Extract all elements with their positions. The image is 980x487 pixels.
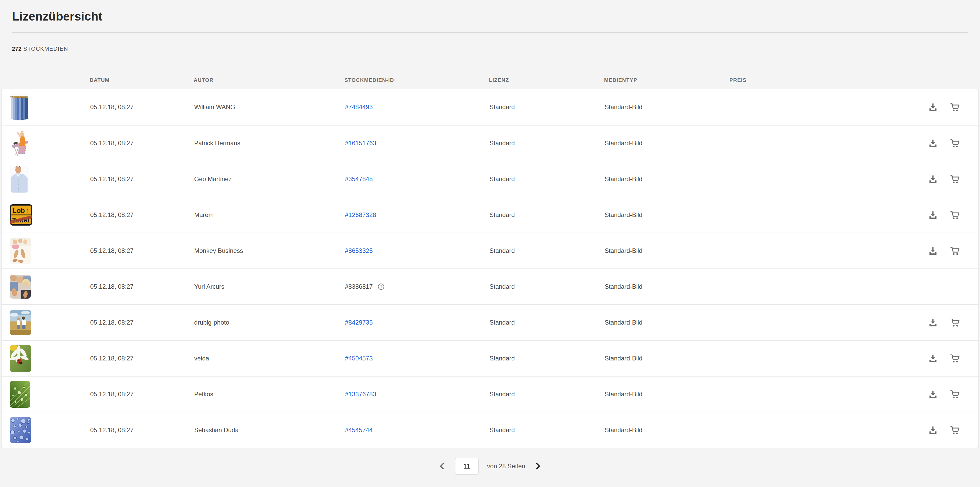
row-mediatype: Standard-Bild: [605, 103, 730, 111]
add-to-cart-icon[interactable]: [949, 174, 960, 184]
page-count-label: von 28 Seiten: [487, 463, 525, 470]
column-header-datum: DATUM: [90, 77, 194, 83]
download-icon[interactable]: [928, 353, 938, 363]
download-icon[interactable]: [928, 246, 938, 256]
download-icon[interactable]: [928, 138, 938, 148]
stock-media-thumbnail[interactable]: [10, 275, 31, 299]
row-license: Standard: [490, 175, 605, 183]
stock-media-thumbnail[interactable]: [10, 130, 31, 157]
stock-id-link[interactable]: #8429735: [345, 319, 373, 326]
row-date: 05.12.18, 08:27: [90, 427, 194, 434]
stock-media-thumbnail[interactable]: [10, 166, 29, 193]
license-table: 05.12.18, 08:27 William WANG #7484493 St…: [1, 89, 979, 448]
table-row: 05.12.18, 08:27 Patrick Hermans #1615176…: [2, 125, 978, 161]
column-header-autor: AUTOR: [194, 77, 344, 83]
row-author: Yuri Arcurs: [194, 283, 345, 290]
stock-id-link[interactable]: #8653325: [345, 247, 373, 255]
table-row: 05.12.18, 08:27 Monkey Business #8653325…: [2, 232, 978, 269]
table-row: Lob↑Tadel 05.12.18, 08:27 Marem #1268732…: [2, 197, 978, 232]
stock-media-thumbnail[interactable]: [10, 238, 31, 264]
table-row: 05.12.18, 08:27 veida #4504573 Standard …: [2, 340, 978, 376]
table-row: 05.12.18, 08:27 Pefkos #13376783 Standar…: [2, 376, 978, 412]
title-divider: [12, 32, 968, 33]
info-icon[interactable]: [377, 283, 385, 290]
download-icon[interactable]: [928, 174, 938, 184]
chevron-left-icon[interactable]: [437, 460, 447, 472]
svg-text:↑: ↑: [25, 207, 29, 215]
column-header-medientyp: MEDIENTYP: [604, 77, 729, 83]
table-row: 05.12.18, 08:27 Yuri Arcurs #8386817 Sta…: [2, 269, 978, 304]
add-to-cart-icon[interactable]: [949, 138, 960, 148]
table-column-headers: DATUM AUTOR STOCKMEDIEN-ID LIZENZ MEDIEN…: [1, 76, 979, 83]
row-date: 05.12.18, 08:27: [90, 175, 194, 183]
row-actions: [864, 102, 978, 112]
row-author: veida: [194, 355, 345, 362]
page-title: Lizenzübersicht: [12, 10, 968, 23]
stock-id-link[interactable]: #12687328: [345, 211, 376, 218]
svg-text:Lob: Lob: [13, 207, 25, 215]
row-author: Pefkos: [194, 391, 345, 398]
add-to-cart-icon[interactable]: [949, 102, 960, 112]
stock-id-link[interactable]: #4504573: [345, 355, 373, 362]
row-date: 05.12.18, 08:27: [90, 103, 194, 111]
row-license: Standard: [490, 391, 605, 398]
stock-media-thumbnail[interactable]: [10, 345, 31, 372]
row-actions: [864, 246, 978, 256]
stock-media-count: 272 STOCKMEDIEN: [12, 46, 968, 52]
row-license: Standard: [490, 247, 605, 255]
row-mediatype: Standard-Bild: [605, 427, 730, 434]
row-author: Monkey Business: [194, 247, 345, 255]
row-date: 05.12.18, 08:27: [90, 247, 194, 255]
row-mediatype: Standard-Bild: [605, 211, 730, 218]
stock-id-link[interactable]: #7484493: [345, 103, 373, 111]
stock-media-thumbnail[interactable]: [10, 381, 30, 408]
row-actions: [864, 389, 978, 399]
row-author: William WANG: [194, 103, 345, 111]
row-license: Standard: [490, 103, 605, 111]
download-icon[interactable]: [928, 210, 938, 220]
column-header-preis: PREIS: [729, 77, 863, 83]
stock-media-thumbnail[interactable]: Lob↑Tadel: [10, 204, 32, 226]
row-actions: [864, 353, 978, 363]
row-mediatype: Standard-Bild: [605, 283, 730, 290]
row-license: Standard: [490, 355, 605, 362]
stock-media-thumbnail[interactable]: [10, 93, 29, 121]
stock-id-link[interactable]: #3547848: [345, 175, 373, 183]
count-label: STOCKMEDIEN: [23, 46, 68, 52]
stock-id-link[interactable]: #4545744: [345, 427, 373, 434]
stock-id-link[interactable]: #13376783: [345, 391, 376, 398]
row-mediatype: Standard-Bild: [605, 140, 730, 147]
add-to-cart-icon[interactable]: [949, 353, 960, 363]
chevron-right-icon[interactable]: [533, 460, 543, 472]
row-mediatype: Standard-Bild: [605, 391, 730, 398]
download-icon[interactable]: [928, 425, 938, 435]
table-row: 05.12.18, 08:27 drubig-photo #8429735 St…: [2, 304, 978, 340]
row-actions: [864, 210, 978, 220]
stock-id-link[interactable]: #16151763: [345, 140, 376, 147]
add-to-cart-icon[interactable]: [949, 389, 960, 399]
stock-media-thumbnail[interactable]: [10, 417, 31, 443]
download-icon[interactable]: [928, 389, 938, 399]
table-row: 05.12.18, 08:27 Geo Martinez #3547848 St…: [2, 161, 978, 197]
row-actions: [864, 138, 978, 148]
row-mediatype: Standard-Bild: [605, 319, 730, 326]
page-number-input[interactable]: [455, 458, 479, 475]
row-license: Standard: [490, 211, 605, 218]
table-row: 05.12.18, 08:27 William WANG #7484493 St…: [2, 89, 978, 125]
add-to-cart-icon[interactable]: [949, 246, 960, 256]
download-icon[interactable]: [928, 318, 938, 328]
count-number: 272: [12, 46, 22, 52]
stock-media-thumbnail[interactable]: [10, 310, 31, 335]
row-author: Geo Martinez: [194, 175, 345, 183]
download-icon[interactable]: [928, 102, 938, 112]
add-to-cart-icon[interactable]: [949, 318, 960, 328]
row-author: Sebastian Duda: [194, 427, 345, 434]
add-to-cart-icon[interactable]: [949, 425, 960, 435]
row-license: Standard: [490, 283, 605, 290]
pagination: von 28 Seiten: [0, 458, 980, 475]
row-actions: [864, 174, 978, 184]
add-to-cart-icon[interactable]: [949, 210, 960, 220]
row-author: Patrick Hermans: [194, 140, 345, 147]
row-date: 05.12.18, 08:27: [90, 140, 194, 147]
row-mediatype: Standard-Bild: [605, 175, 730, 183]
